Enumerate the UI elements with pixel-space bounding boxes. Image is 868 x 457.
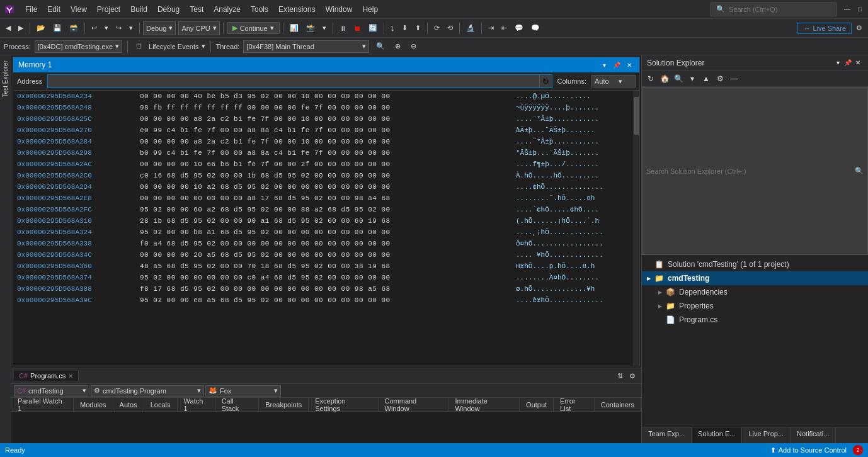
se-dropdown-btn[interactable]: ▾ bbox=[833, 58, 843, 68]
step-into-button[interactable]: ⬇ bbox=[399, 22, 411, 34]
forward-button[interactable]: ▶ bbox=[15, 22, 26, 34]
se-tree-item-4[interactable]: 📄 Program.cs bbox=[642, 313, 868, 327]
thread-filter-btn[interactable]: 🔍 bbox=[373, 40, 388, 52]
menu-file[interactable]: File bbox=[20, 0, 42, 18]
pane-tab-breakpoints[interactable]: Breakpoints bbox=[259, 398, 309, 411]
member-dropdown[interactable]: 🦊 Fox ▾ bbox=[205, 385, 281, 397]
debug-more-2[interactable]: ⟲ bbox=[444, 22, 456, 34]
stop-button[interactable]: ⏹ bbox=[351, 23, 364, 34]
se-filter-dropdown[interactable]: ▾ bbox=[686, 72, 699, 85]
pane-tab-error-list[interactable]: Error List bbox=[554, 398, 595, 411]
thread-btn-2[interactable]: ⊖ bbox=[408, 40, 420, 52]
menu-window[interactable]: Window bbox=[321, 0, 358, 18]
pane-tab-exception-settings[interactable]: Exception Settings bbox=[309, 398, 378, 411]
pane-tab-containers[interactable]: Containers bbox=[595, 398, 641, 411]
menu-build[interactable]: Build bbox=[125, 0, 152, 18]
save-all-button[interactable]: 🗃️ bbox=[66, 22, 81, 34]
se-tree-item-3[interactable]: ▶ 📁 Properties bbox=[642, 299, 868, 313]
doc-tab-program-cs[interactable]: C# Program.cs ✕ bbox=[14, 371, 79, 381]
snapshot-button[interactable]: 📸 bbox=[303, 22, 318, 34]
toolbar-extra[interactable]: ⚙ bbox=[853, 22, 865, 34]
namespace-dropdown[interactable]: C# cmdTesting ▾ bbox=[14, 385, 89, 397]
menu-edit[interactable]: Edit bbox=[42, 0, 66, 18]
save-button[interactable]: 💾 bbox=[50, 22, 65, 34]
thread-dropdown[interactable]: [0x4F38] Main Thread ▾ bbox=[243, 40, 369, 53]
menu-search[interactable]: 🔍 bbox=[711, 3, 837, 16]
pane-tab-command-window[interactable]: Command Window bbox=[379, 398, 449, 411]
pane-tab-immediate-window[interactable]: Immediate Window bbox=[448, 398, 520, 411]
undo-button[interactable]: ↩ bbox=[88, 22, 100, 34]
debug-config-dropdown[interactable]: Debug ▾ bbox=[143, 21, 176, 35]
lifecycle-checkbox[interactable]: ☐ bbox=[133, 41, 145, 52]
se-tree-item-2[interactable]: ▶ 📦 Dependencies bbox=[642, 285, 868, 299]
scrollbar-thumb[interactable] bbox=[634, 97, 639, 135]
address-go-button[interactable]: ↻ bbox=[539, 75, 552, 87]
restart-button[interactable]: 🔄 bbox=[365, 22, 380, 34]
menu-view[interactable]: View bbox=[66, 0, 92, 18]
source-control-item[interactable]: ⬆ Add to Source Control bbox=[770, 446, 847, 454]
pane-tab-parallel-watch-1[interactable]: Parallel Watch 1 bbox=[11, 398, 74, 411]
continue-button[interactable]: ▶ Continue ▾ bbox=[227, 22, 280, 34]
se-sync-btn[interactable]: ↻ bbox=[644, 72, 657, 85]
redo-dropdown[interactable]: ▾ bbox=[126, 22, 136, 34]
pane-tab-watch-1[interactable]: Watch 1 bbox=[178, 398, 215, 411]
memory-close-btn[interactable]: ✕ bbox=[624, 60, 634, 70]
se-settings-btn[interactable]: ⚙ bbox=[714, 72, 726, 85]
debug-more-1[interactable]: ⟳ bbox=[431, 22, 443, 34]
step-out-button[interactable]: ⬆ bbox=[412, 22, 424, 34]
se-collapse-btn[interactable]: ▲ bbox=[700, 72, 712, 85]
open-button[interactable]: 📂 bbox=[33, 22, 49, 34]
memory-dropdown-btn[interactable]: ▾ bbox=[599, 60, 609, 70]
maximize-button[interactable]: □ bbox=[854, 4, 865, 15]
menu-help[interactable]: Help bbox=[357, 0, 383, 18]
step-over-button[interactable]: ⤵ bbox=[387, 23, 397, 34]
doc-tab-close[interactable]: ✕ bbox=[68, 373, 73, 380]
test-explorer-tab[interactable]: Test Explorer bbox=[1, 58, 10, 99]
process-dropdown[interactable]: [0x4DC] cmdTesting.exe ▾ bbox=[35, 40, 122, 53]
menu-project[interactable]: Project bbox=[92, 0, 125, 18]
se-bottom-tab-2[interactable]: Live Prop... bbox=[742, 427, 791, 443]
menu-debug[interactable]: Debug bbox=[152, 0, 185, 18]
profiler-dropdown[interactable]: ▾ bbox=[319, 22, 329, 34]
menu-analyze[interactable]: Analyze bbox=[208, 0, 246, 18]
memory-content[interactable]: 0x00000295D568A234 00 00 00 00 40 be b5 … bbox=[13, 91, 633, 366]
pane-tab-call-stack[interactable]: Call Stack bbox=[215, 398, 260, 411]
address-input[interactable] bbox=[48, 77, 539, 86]
pane-tab-autos[interactable]: Autos bbox=[113, 398, 144, 411]
pause-button[interactable]: ⏸ bbox=[336, 23, 350, 34]
se-bottom-tab-3[interactable]: Notificati... bbox=[791, 427, 836, 443]
menu-tools[interactable]: Tools bbox=[246, 0, 273, 18]
se-search-input[interactable] bbox=[646, 167, 852, 175]
se-pin-btn[interactable]: 📌 bbox=[843, 58, 853, 68]
columns-dropdown[interactable]: Auto ▾ bbox=[591, 75, 636, 87]
se-tree-item-0[interactable]: 📋 Solution 'cmdTesting' (1 of 1 project) bbox=[642, 257, 868, 271]
menu-test[interactable]: Test bbox=[185, 0, 208, 18]
memory-pin-btn[interactable]: 📌 bbox=[612, 60, 622, 70]
se-close-btn[interactable]: ✕ bbox=[853, 58, 863, 68]
undo-dropdown[interactable]: ▾ bbox=[101, 22, 111, 34]
outdent-button[interactable]: ⇤ bbox=[498, 22, 510, 34]
se-home-btn[interactable]: 🏠 bbox=[658, 72, 671, 85]
uncomment-button[interactable]: 🗨️ bbox=[528, 22, 543, 34]
memory-scrollbar[interactable] bbox=[633, 91, 639, 366]
pane-tab-output[interactable]: Output bbox=[520, 398, 554, 411]
profiler-button[interactable]: 📊 bbox=[287, 22, 302, 34]
minimize-button[interactable]: — bbox=[842, 4, 853, 15]
indent-button[interactable]: ⇥ bbox=[485, 22, 497, 34]
notification-badge[interactable]: 2 bbox=[853, 445, 863, 455]
se-bottom-tab-1[interactable]: Solution E... bbox=[692, 427, 742, 443]
doc-tabs-overflow[interactable]: ⇅ bbox=[614, 370, 626, 382]
comment-button[interactable]: 💬 bbox=[511, 22, 527, 34]
liveshare-button[interactable]: ↔ Live Share bbox=[797, 23, 852, 34]
redo-button[interactable]: ↪ bbox=[113, 22, 125, 34]
class-dropdown[interactable]: ⚙ cmdTesting.Program ▾ bbox=[91, 385, 204, 397]
menu-extensions[interactable]: Extensions bbox=[273, 0, 321, 18]
pane-tab-modules[interactable]: Modules bbox=[74, 398, 113, 411]
doc-tabs-settings[interactable]: ⚙ bbox=[626, 370, 639, 382]
se-filter-btn[interactable]: 🔍 bbox=[672, 72, 685, 85]
intellitrace-button[interactable]: 🔬 bbox=[463, 22, 478, 34]
menu-search-input[interactable] bbox=[729, 6, 817, 13]
se-bottom-tab-0[interactable]: Team Exp... bbox=[642, 427, 692, 443]
back-button[interactable]: ◀ bbox=[3, 22, 14, 34]
pane-tab-locals[interactable]: Locals bbox=[144, 398, 178, 411]
